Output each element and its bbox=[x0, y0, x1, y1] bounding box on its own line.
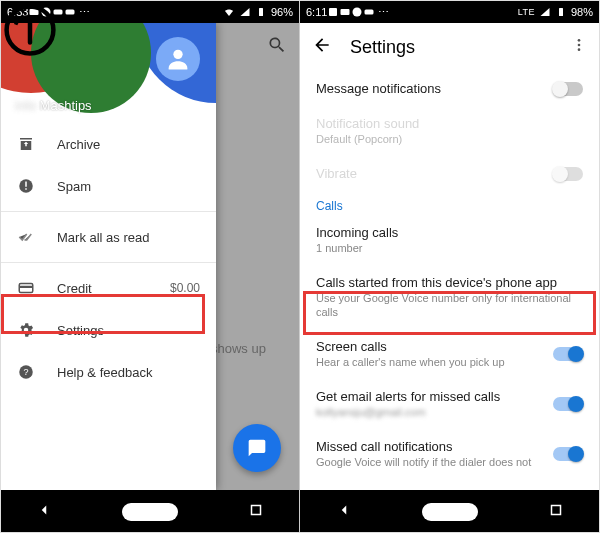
svg-point-19 bbox=[353, 8, 362, 17]
status-time: 6:11 bbox=[306, 6, 327, 18]
nav-recent-icon[interactable] bbox=[247, 501, 265, 523]
setting-missed-notif[interactable]: Missed call notifications Google Voice w… bbox=[300, 429, 599, 479]
battery-pct: 96% bbox=[271, 6, 293, 18]
svg-rect-10 bbox=[25, 182, 27, 187]
switch-vibrate bbox=[553, 167, 583, 181]
page-title: Settings bbox=[350, 37, 415, 58]
drawer-item-credit[interactable]: Credit $0.00 bbox=[1, 267, 216, 309]
svg-rect-20 bbox=[365, 10, 374, 15]
setting-message-notifications[interactable]: Message notifications bbox=[300, 71, 599, 106]
voicemail-icon-2 bbox=[64, 6, 76, 18]
nav-bar-left bbox=[1, 490, 299, 533]
credit-amount: $0.00 bbox=[170, 281, 200, 295]
account-name: Mashtips bbox=[40, 98, 92, 113]
svg-point-24 bbox=[578, 48, 581, 51]
svg-rect-3 bbox=[66, 10, 75, 15]
avatar bbox=[156, 37, 200, 81]
svg-point-8 bbox=[173, 50, 182, 59]
svg-point-22 bbox=[578, 39, 581, 42]
drawer-item-archive[interactable]: Archive bbox=[1, 123, 216, 165]
nav-recent-icon[interactable] bbox=[547, 501, 565, 523]
battery-icon bbox=[255, 6, 267, 18]
signal-icon bbox=[539, 6, 551, 18]
nav-back-icon[interactable] bbox=[35, 501, 53, 523]
phone-left: 6:53 ⋯ 96% 1 shows up bbox=[1, 1, 300, 533]
setting-screen-calls[interactable]: Screen calls Hear a caller's name when y… bbox=[300, 329, 599, 379]
svg-rect-25 bbox=[551, 506, 560, 515]
svg-rect-11 bbox=[25, 188, 27, 190]
network-label: LTE bbox=[518, 7, 535, 17]
archive-icon bbox=[17, 135, 35, 153]
nav-bar-right bbox=[300, 490, 599, 533]
svg-rect-4 bbox=[259, 8, 263, 16]
chevron-down-icon[interactable] bbox=[192, 95, 204, 113]
nav-home-pill[interactable] bbox=[422, 503, 478, 521]
gear-icon bbox=[17, 321, 35, 339]
svg-rect-16 bbox=[251, 506, 260, 515]
empty-state-text: shows up bbox=[211, 341, 266, 356]
nav-home-pill[interactable] bbox=[122, 503, 178, 521]
whatsapp-icon bbox=[351, 6, 363, 18]
mark-read-icon bbox=[17, 228, 35, 246]
more-notif-icon: ⋯ bbox=[79, 6, 90, 19]
credit-icon bbox=[17, 279, 35, 297]
switch-email-alerts[interactable] bbox=[553, 397, 583, 411]
switch-missed-notif[interactable] bbox=[553, 447, 583, 461]
compose-fab[interactable] bbox=[233, 424, 281, 472]
setting-incoming-calls[interactable]: Incoming calls 1 number bbox=[300, 215, 599, 265]
wifi-icon bbox=[223, 6, 235, 18]
back-icon[interactable] bbox=[312, 35, 332, 59]
svg-rect-17 bbox=[329, 8, 337, 16]
setting-notification-sound: Notification sound Default (Popcorn) bbox=[300, 106, 599, 156]
svg-rect-21 bbox=[559, 8, 563, 16]
drawer-item-help[interactable]: ? Help & feedback bbox=[1, 351, 216, 393]
more-notif-icon: ⋯ bbox=[378, 6, 389, 19]
section-header-calls: Calls bbox=[300, 191, 599, 215]
voicemail-icon bbox=[363, 6, 375, 18]
settings-list: Message notifications Notification sound… bbox=[300, 71, 599, 490]
drawer-item-spam[interactable]: Spam bbox=[1, 165, 216, 207]
svg-point-23 bbox=[578, 44, 581, 47]
switch-screen-calls[interactable] bbox=[553, 347, 583, 361]
image-icon bbox=[327, 6, 339, 18]
svg-rect-13 bbox=[19, 286, 33, 288]
battery-pct: 98% bbox=[571, 6, 593, 18]
spam-icon bbox=[17, 177, 35, 195]
watermark-logo bbox=[3, 3, 57, 57]
help-icon: ? bbox=[17, 363, 35, 381]
setting-calls-started[interactable]: Calls started from this device's phone a… bbox=[300, 265, 599, 328]
switch-message-notif[interactable] bbox=[553, 82, 583, 96]
drawer-item-mark-read[interactable]: Mark all as read bbox=[1, 216, 216, 258]
svg-text:?: ? bbox=[23, 367, 28, 377]
signal-icon bbox=[239, 6, 251, 18]
phone-right: 6:11 ⋯ LTE 98% Settings Message notifica… bbox=[300, 1, 599, 533]
setting-vibrate: Vibrate bbox=[300, 156, 599, 191]
svg-rect-18 bbox=[341, 9, 350, 15]
more-icon[interactable] bbox=[571, 37, 587, 57]
settings-header: Settings bbox=[300, 23, 599, 71]
drawer-item-settings[interactable]: Settings bbox=[1, 309, 216, 351]
card-icon bbox=[339, 6, 351, 18]
battery-icon bbox=[555, 6, 567, 18]
nav-drawer: info Mashtips Archive Spam Mark all as r… bbox=[1, 23, 216, 490]
setting-email-alerts[interactable]: Get email alerts for missed calls kollya… bbox=[300, 379, 599, 429]
nav-back-icon[interactable] bbox=[335, 501, 353, 523]
status-bar-right: 6:11 ⋯ LTE 98% bbox=[300, 1, 599, 23]
